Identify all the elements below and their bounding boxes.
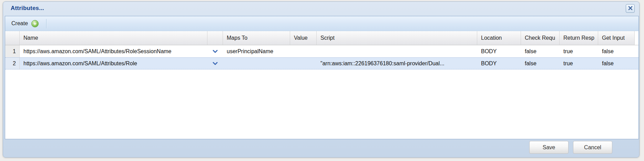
create-button[interactable]: Create + [9,19,41,29]
grid-header: Name Maps To Value Script Location Check… [5,31,638,45]
maps-to-cell: userPrincipalName [223,45,290,57]
toolbar: Create + [5,16,638,31]
close-icon [628,6,633,12]
attributes-dialog: Attributes... Create + Name Maps To Valu… [3,1,640,158]
table-row-selected[interactable]: 2 https://aws.amazon.com/SAML/Attributes… [5,57,638,69]
save-button[interactable]: Save [529,141,569,154]
toolbar-separator [46,19,47,28]
name-cell: https://aws.amazon.com/SAML/Attributes/R… [20,45,207,57]
header-dropdown-col [207,31,223,45]
header-location[interactable]: Location [477,31,521,45]
footer-button-bar: Save Cancel [529,141,612,154]
plus-circle-icon: + [31,20,39,27]
attributes-panel: Create + Name Maps To Value Script Locat… [5,16,639,139]
close-button[interactable] [626,4,635,13]
location-cell: BODY [477,58,521,69]
row-filler [635,58,638,69]
header-get-input[interactable]: Get Input [598,31,635,45]
header-return-response[interactable]: Return Resp [560,31,598,45]
return-response-cell: true [560,58,598,69]
header-check-required[interactable]: Check Requ [521,31,560,45]
header-script[interactable]: Script [317,31,477,45]
cancel-button[interactable]: Cancel [573,141,612,154]
maps-to-cell [223,58,290,69]
dialog-title: Attributes... [11,5,44,12]
table-row[interactable]: 1 https://aws.amazon.com/SAML/Attributes… [5,45,638,57]
value-cell [290,58,317,69]
create-button-label: Create [11,20,28,27]
chevron-down-icon [213,50,218,53]
header-maps-to[interactable]: Maps To [223,31,290,45]
row-number-cell: 1 [5,45,20,57]
grid-empty-area [5,69,638,139]
script-cell [317,45,477,57]
name-cell: https://aws.amazon.com/SAML/Attributes/R… [20,58,207,69]
script-cell: "arn:aws:iam::226196376180:saml-provider… [317,58,477,69]
chevron-down-icon [213,62,218,65]
row-number-cell: 2 [5,58,20,69]
location-cell: BODY [477,45,521,57]
dropdown-trigger[interactable] [207,58,223,69]
header-name[interactable]: Name [20,31,207,45]
header-rownum [5,31,20,45]
header-value[interactable]: Value [290,31,317,45]
check-required-cell: false [521,58,560,69]
dropdown-trigger[interactable] [207,45,223,57]
get-input-cell: false [598,58,635,69]
row-filler [635,45,638,57]
value-cell [290,45,317,57]
return-response-cell: true [560,45,598,57]
header-filler [635,31,638,45]
check-required-cell: false [521,45,560,57]
get-input-cell: false [598,45,635,57]
